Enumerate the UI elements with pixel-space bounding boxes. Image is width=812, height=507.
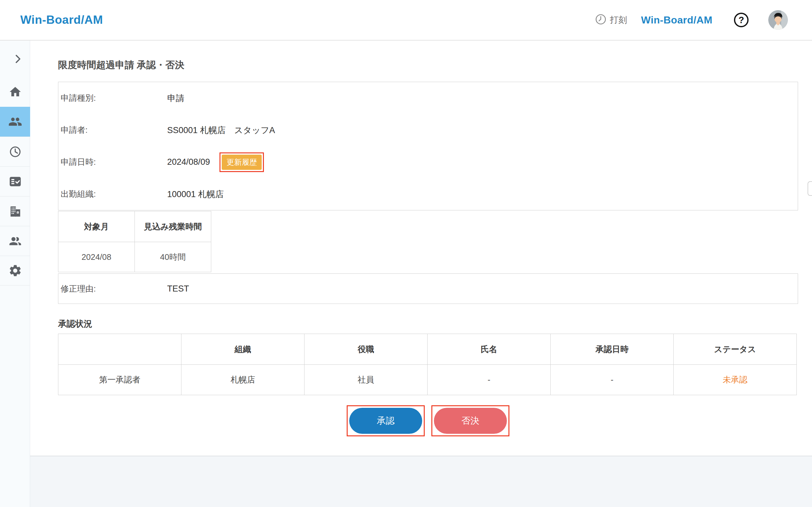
highlight-box: 否決: [432, 405, 509, 436]
column-header: 見込み残業時間: [135, 211, 211, 242]
info-row-applicant: 申請者: SS0001 札幌店 スタッフA: [58, 114, 798, 146]
table-cell: 40時間: [135, 242, 211, 272]
table-cell: 札幌店: [182, 365, 305, 395]
people-icon: [8, 234, 22, 248]
update-history-button[interactable]: 更新履歴: [222, 155, 262, 170]
building-icon: [8, 205, 22, 218]
sidebar-item-settings[interactable]: [0, 256, 30, 285]
sidebar-item-attendance[interactable]: [0, 136, 30, 166]
home-icon: [9, 85, 22, 99]
action-buttons-row: 承認 否決: [58, 405, 798, 436]
chevron-right-icon: [12, 53, 24, 65]
column-header: 組織: [182, 334, 305, 365]
app-logo[interactable]: Win-Board/AM: [20, 13, 103, 26]
field-label: 申請種別:: [61, 93, 167, 104]
header-right: 打刻 Win-Board/AM ?: [595, 10, 788, 30]
clock-icon: [9, 145, 22, 158]
app-header: Win-Board/AM 打刻 Win-Board/AM ?: [0, 0, 812, 41]
table-cell: 社員: [305, 365, 427, 395]
punch-label: 打刻: [610, 14, 627, 26]
table-row: 2024/08 40時間: [58, 242, 211, 272]
status-badge: 未承認: [674, 365, 797, 395]
table-header-row: 組織 役職 氏名 承認日時 ステータス: [58, 334, 797, 365]
approval-status-table: 組織 役職 氏名 承認日時 ステータス 第一承認者 札幌店 社員 - - 未承認: [58, 334, 797, 395]
info-row-type: 申請種別: 申請: [58, 82, 798, 114]
table-cell: 第一承認者: [58, 365, 182, 395]
column-header: 承認日時: [551, 334, 674, 365]
column-header: 役職: [305, 334, 427, 365]
highlight-box: 更新履歴: [219, 153, 264, 172]
reason-box: 修正理由: TEST: [58, 274, 798, 304]
table-cell: 2024/08: [58, 242, 135, 272]
table-cell: -: [551, 365, 674, 395]
highlight-box: 承認: [347, 405, 425, 436]
sidebar-item-staff[interactable]: [0, 107, 30, 136]
avatar[interactable]: [768, 10, 788, 30]
approve-button[interactable]: 承認: [349, 408, 422, 434]
column-header: 対象月: [58, 211, 135, 242]
main-content: 限度時間超過申請 承認・否決 申請種別: 申請 申請者: SS0001 札幌店 …: [30, 41, 812, 456]
column-header: 氏名: [427, 334, 551, 365]
fact-check-icon: [8, 175, 22, 188]
group-icon: [8, 115, 22, 129]
field-value: 申請: [167, 93, 184, 104]
page-title: 限度時間超過申請 承認・否決: [58, 59, 798, 71]
sidebar-item-members[interactable]: [0, 226, 30, 256]
sidebar-item-home[interactable]: [0, 77, 30, 107]
scrollbar-handle[interactable]: [808, 181, 812, 196]
field-label: 申請日時:: [61, 157, 167, 168]
info-row-organization: 出勤組織: 100001 札幌店: [58, 178, 798, 210]
field-value: 2024/08/09: [167, 157, 210, 167]
table-cell: -: [427, 365, 551, 395]
field-value: TEST: [167, 284, 189, 294]
application-info-card: 申請種別: 申請 申請者: SS0001 札幌店 スタッフA 申請日時: 202…: [58, 82, 798, 210]
field-label: 申請者:: [61, 124, 167, 135]
help-icon[interactable]: ?: [734, 13, 749, 27]
table-row: 第一承認者 札幌店 社員 - - 未承認: [58, 365, 797, 395]
table-header-row: 対象月 見込み残業時間: [58, 211, 211, 242]
column-header: ステータス: [674, 334, 797, 365]
field-value: SS0001 札幌店 スタッフA: [167, 124, 275, 136]
approval-status-heading: 承認状況: [58, 319, 798, 329]
clock-icon: [595, 13, 607, 26]
info-row-date: 申請日時: 2024/08/09 更新履歴: [58, 146, 798, 178]
reject-button[interactable]: 否決: [434, 408, 507, 434]
field-label: 修正理由:: [61, 283, 167, 294]
sidebar: [0, 41, 30, 507]
field-label: 出勤組織:: [61, 188, 167, 200]
gear-icon: [8, 264, 22, 278]
sidebar-expand[interactable]: [0, 41, 30, 77]
sidebar-item-approvals[interactable]: [0, 166, 30, 196]
column-header: [58, 334, 182, 365]
brand-title: Win-Board/AM: [641, 14, 712, 26]
sidebar-item-organization[interactable]: [0, 196, 30, 226]
field-value: 100001 札幌店: [167, 188, 224, 200]
overtime-table: 対象月 見込み残業時間 2024/08 40時間: [58, 211, 211, 272]
punch-clock-button[interactable]: 打刻: [595, 13, 627, 26]
